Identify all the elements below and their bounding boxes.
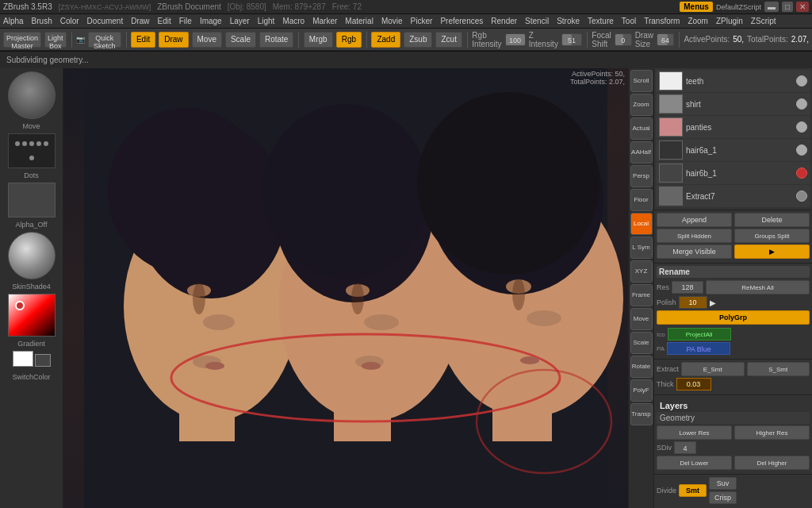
merge-visible-button[interactable]: Merge Visible — [657, 244, 732, 259]
lsym-button[interactable]: L Sym — [630, 237, 653, 259]
sdiv-value[interactable]: 4 — [674, 441, 696, 454]
actual-button[interactable]: Actual — [630, 117, 653, 140]
menu-light[interactable]: Light — [258, 17, 275, 25]
menu-stencil[interactable]: Stencil — [525, 17, 549, 25]
scale-button[interactable]: Scale — [225, 32, 256, 48]
lower-res-button[interactable]: Lower Res — [657, 425, 732, 440]
polish-input[interactable] — [679, 296, 707, 309]
subtool-toggle-panties[interactable] — [796, 121, 807, 133]
zcut-button[interactable]: Zcut — [435, 32, 462, 48]
minimize-button[interactable]: ▬ — [764, 2, 779, 12]
brush-preview[interactable] — [8, 71, 56, 119]
menu-zscript[interactable]: ZScript — [751, 17, 776, 25]
z-intensity-slider[interactable]: 51 — [561, 33, 582, 46]
projection-master-button[interactable]: Projection Master — [3, 32, 41, 48]
menu-stroke[interactable]: Stroke — [557, 17, 580, 25]
menu-color[interactable]: Color — [60, 17, 79, 25]
floor-button[interactable]: Floor — [630, 189, 653, 211]
subtool-toggle-hair6b[interactable] — [796, 167, 807, 179]
mrgb-button[interactable]: Mrgb — [304, 32, 333, 48]
draw-size-slider[interactable]: 64 — [657, 33, 674, 46]
subtool-toggle-extract[interactable] — [796, 190, 807, 202]
menu-macro[interactable]: Macro — [282, 17, 304, 25]
rgb-intensity-slider[interactable]: 100 — [505, 33, 526, 46]
menu-transform[interactable]: Transform — [644, 17, 680, 25]
subtool-item-shirt[interactable]: shirt — [656, 93, 810, 115]
polygrp-button[interactable]: PolyGrp — [657, 310, 810, 325]
groups-split-button[interactable]: Groups Split — [734, 229, 810, 243]
menu-picker[interactable]: Picker — [411, 17, 433, 25]
e-smt-button[interactable]: E_Smt — [681, 362, 745, 376]
subtool-item-hair6a[interactable]: hair6a_1 — [656, 139, 810, 161]
menu-brush[interactable]: Brush — [32, 17, 52, 25]
local-button[interactable]: Local — [630, 213, 653, 235]
aahalf-button[interactable]: AAHalf — [630, 141, 653, 164]
subtool-item-teeth[interactable]: teeth — [656, 70, 810, 92]
del-lower-button[interactable]: Del Lower — [657, 456, 732, 470]
menu-preferences[interactable]: Preferences — [440, 17, 483, 25]
menu-image[interactable]: Image — [200, 17, 222, 25]
menu-layer[interactable]: Layer — [230, 17, 250, 25]
xyz-button[interactable]: XYZ — [630, 260, 653, 283]
menu-edit[interactable]: Edit — [158, 17, 171, 25]
rgb-button[interactable]: Rgb — [336, 32, 362, 48]
material-preview[interactable] — [8, 232, 56, 279]
persp-button[interactable]: Persp — [630, 165, 653, 187]
menu-alpha[interactable]: Alpha — [3, 17, 24, 25]
scroll-button[interactable]: Scroll — [630, 70, 653, 92]
move-button[interactable]: Move — [192, 32, 222, 48]
foreground-color[interactable] — [13, 351, 34, 367]
zsub-button[interactable]: Zsub — [404, 32, 432, 48]
menu-file[interactable]: File — [179, 17, 192, 25]
polish-expand-icon[interactable]: ▶ — [710, 298, 716, 307]
higher-res-button[interactable]: Higher Res — [734, 425, 810, 440]
viewport-canvas[interactable] — [63, 68, 628, 508]
append-button[interactable]: Append — [657, 213, 732, 227]
edit-button[interactable]: Edit — [131, 32, 155, 48]
s-smt-button[interactable]: S_Smt — [747, 362, 810, 376]
menu-texture[interactable]: Texture — [588, 17, 614, 25]
del-higher-button[interactable]: Del Higher — [734, 456, 810, 470]
menu-zoom[interactable]: Zoom — [688, 17, 708, 25]
delete-button[interactable]: Delete — [734, 213, 810, 227]
rotate-button[interactable]: Rotate — [259, 32, 293, 48]
transp-button[interactable]: Transp — [630, 403, 653, 425]
subtool-item-extract[interactable]: Extract7 — [656, 185, 810, 207]
merge-visible-orange-button[interactable]: ▶ — [734, 244, 810, 259]
suv-option[interactable]: Suv — [709, 477, 737, 490]
scale-tool-button[interactable]: Scale — [630, 332, 653, 354]
subtool-item-hair6b[interactable]: hair6b_1 — [656, 162, 810, 184]
maximize-button[interactable]: □ — [782, 2, 793, 12]
frame-button[interactable]: Frame — [630, 284, 653, 306]
menus-button[interactable]: Menus — [680, 2, 713, 12]
quick-sketch-button[interactable]: Quick Sketch — [88, 32, 121, 48]
pa-blue-input[interactable]: PA Blue — [667, 342, 730, 355]
project-all-input[interactable]: ProjectAll — [668, 328, 731, 341]
draw-button[interactable]: Draw — [159, 32, 188, 48]
viewport[interactable]: ActivePoints: 50, TotalPoints: 2.07, — [63, 68, 628, 508]
menu-document[interactable]: Document — [87, 17, 124, 25]
focal-shift-slider[interactable]: 0 — [615, 33, 632, 46]
background-color[interactable] — [35, 354, 50, 367]
light-box-button[interactable]: Light Box — [44, 32, 67, 48]
menu-draw[interactable]: Draw — [131, 17, 149, 25]
smt-button[interactable]: Smt — [679, 484, 707, 497]
menu-movie[interactable]: Movie — [381, 17, 403, 25]
switch-color-label[interactable]: SwitchColor — [12, 373, 50, 381]
subtool-toggle-shirt[interactable] — [796, 98, 807, 110]
dots-preview[interactable] — [8, 133, 56, 168]
alpha-preview[interactable] — [8, 183, 56, 217]
menu-render[interactable]: Render — [491, 17, 517, 25]
subtool-toggle-hair6a[interactable] — [796, 144, 807, 156]
switch-colors[interactable] — [13, 351, 51, 370]
res-input[interactable]: 128 — [672, 281, 703, 294]
color-picker[interactable] — [8, 294, 56, 337]
polyf-button[interactable]: PolyF — [630, 379, 653, 402]
zadd-button[interactable]: Zadd — [371, 32, 400, 48]
subtool-item-panties[interactable]: panties — [656, 116, 810, 138]
crisp-option[interactable]: Crisp — [709, 491, 737, 504]
menu-zplugin[interactable]: ZPlugin — [716, 17, 743, 25]
menu-material[interactable]: Material — [345, 17, 373, 25]
menu-tool[interactable]: Tool — [622, 17, 636, 25]
remesh-all-button[interactable]: ReMesh All — [706, 280, 810, 294]
